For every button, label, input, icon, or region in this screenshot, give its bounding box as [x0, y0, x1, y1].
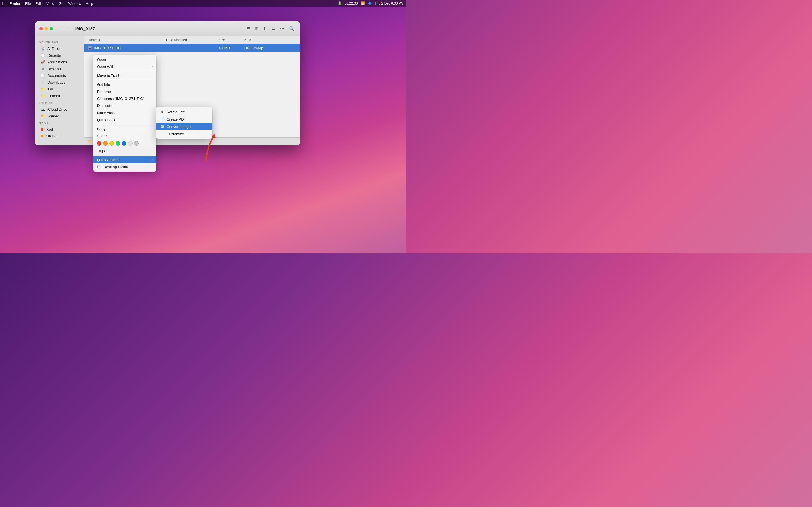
sidebar-item-idb[interactable]: 📁 iDB — [36, 86, 83, 93]
more-button[interactable]: ••• — [279, 25, 286, 32]
kind-column-header[interactable]: Kind — [245, 38, 297, 42]
table-row[interactable]: 📷 IMG_0137.HEIC 1.1 MB HEIF Image — [84, 44, 300, 52]
menu-file[interactable]: File — [25, 1, 31, 6]
app-name[interactable]: Finder — [9, 1, 20, 6]
sidebar-item-applications[interactable]: 🚀 Applications — [36, 59, 83, 65]
sidebar-item-linkedin[interactable]: 📁 LinkedIn — [36, 93, 83, 99]
submenu-customize[interactable]: Customize... — [156, 130, 212, 137]
submenu-convert-image[interactable]: 🖼 Convert Image — [156, 123, 212, 130]
tag-button[interactable]: 🏷 — [270, 25, 276, 32]
convert-image-icon: 🖼 — [160, 124, 164, 129]
submenu-rotate-left[interactable]: ↺ Rotate Left — [156, 108, 212, 115]
menu-make-alias[interactable]: Make Alias — [93, 109, 156, 116]
tags-label: Tags — [35, 119, 84, 126]
desktop-label: Desktop — [47, 67, 61, 71]
gray-tag[interactable] — [128, 141, 133, 146]
size-column-header[interactable]: Size — [218, 38, 245, 42]
menu-rename[interactable]: Rename — [93, 88, 156, 95]
menu-quick-actions[interactable]: Quick Actions › — [93, 156, 156, 163]
file-size: 1.1 MB — [218, 46, 245, 50]
separator — [93, 71, 156, 71]
sidebar-item-icloud-drive[interactable]: ☁ iCloud Drive — [36, 106, 83, 113]
red-tag-label: Red — [46, 127, 53, 131]
favorites-label: Favorites — [35, 38, 84, 45]
yellow-tag[interactable] — [109, 141, 114, 146]
date-column-header[interactable]: Date Modified — [166, 38, 218, 42]
forward-button[interactable]: › — [64, 25, 69, 33]
create-pdf-icon: 📄 — [160, 117, 164, 121]
minimize-button[interactable] — [45, 27, 48, 31]
sidebar-item-airdrop[interactable]: 📡 AirDrop — [36, 45, 83, 52]
red-tag[interactable] — [97, 141, 101, 146]
menu-compress[interactable]: Compress "IMG_0137.HEIC" — [93, 95, 156, 102]
orange-tag-label: Orange — [46, 134, 58, 138]
file-name: IMG_0137.HEIC — [94, 46, 121, 50]
view-grid-button[interactable]: ⊞ — [254, 25, 260, 33]
menu-share[interactable]: Share › — [93, 132, 156, 139]
menu-copy[interactable]: Copy — [93, 125, 156, 132]
sidebar-item-downloads[interactable]: ⬇ Downloads — [36, 79, 83, 86]
traffic-lights — [40, 27, 53, 31]
sidebar-item-recents[interactable]: 🕐 Recents — [36, 52, 83, 59]
breadcrumb-item[interactable]: 📁 — [88, 140, 92, 144]
menu-view[interactable]: View — [46, 1, 54, 6]
orange-tag-dot — [41, 135, 43, 137]
sidebar-item-red[interactable]: Red — [36, 126, 83, 133]
shared-icon: 📂 — [41, 114, 45, 118]
back-button[interactable]: ‹ — [59, 25, 63, 33]
view-list-button[interactable]: ☰ — [246, 25, 252, 33]
context-menu: Open Open With › Move to Trash Get Info … — [93, 55, 156, 172]
linkedin-icon: 📁 — [41, 94, 45, 98]
menu-set-desktop[interactable]: Set Desktop Picture — [93, 163, 156, 170]
separator — [93, 124, 156, 124]
maximize-button[interactable] — [50, 27, 53, 31]
separator — [93, 155, 156, 156]
airdrop-label: AirDrop — [47, 47, 60, 51]
share-button[interactable]: ⬆ — [262, 25, 268, 33]
tags-row — [93, 139, 156, 147]
bluetooth-icon: 🔷 — [368, 1, 372, 5]
submenu-create-pdf[interactable]: 📄 Create PDF — [156, 115, 212, 123]
quick-actions-submenu: ↺ Rotate Left 📄 Create PDF 🖼 Convert Ima… — [156, 107, 212, 138]
sidebar-item-orange[interactable]: Orange — [36, 133, 83, 139]
name-column-header[interactable]: Name ▲ — [88, 38, 166, 42]
menu-duplicate[interactable]: Duplicate — [93, 102, 156, 109]
downloads-icon: ⬇ — [41, 80, 45, 84]
apple-menu[interactable]:  — [2, 1, 4, 6]
menu-open[interactable]: Open — [93, 56, 156, 63]
downloads-label: Downloads — [47, 80, 65, 84]
menu-window[interactable]: Window — [68, 1, 81, 6]
green-tag[interactable] — [116, 141, 120, 146]
time-display: 03:22:00 — [345, 1, 358, 5]
menu-get-info[interactable]: Get Info — [93, 81, 156, 88]
share-chevron: › — [152, 134, 153, 137]
battery-icon: 🔋 — [338, 1, 342, 5]
linkedin-label: LinkedIn — [47, 94, 61, 98]
menu-move-to-trash[interactable]: Move to Trash — [93, 72, 156, 79]
search-button[interactable]: 🔍 — [288, 25, 296, 33]
airdrop-icon: 📡 — [41, 46, 45, 51]
documents-icon: 📄 — [41, 73, 45, 78]
close-button[interactable] — [40, 27, 43, 31]
menu-edit[interactable]: Edit — [36, 1, 42, 6]
sidebar-item-desktop[interactable]: 🖥 Desktop — [36, 65, 83, 72]
menu-open-with[interactable]: Open With › — [93, 63, 156, 70]
finder-title: IMG_0137 — [75, 26, 95, 31]
applications-label: Applications — [47, 60, 67, 64]
finder-sidebar: Favorites 📡 AirDrop 🕐 Recents 🚀 Applicat… — [35, 36, 84, 145]
recents-icon: 🕐 — [41, 53, 45, 57]
recents-label: Recents — [47, 53, 61, 57]
red-tag-dot — [41, 128, 43, 131]
menu-tags[interactable]: Tags... — [93, 147, 156, 154]
blue-tag[interactable] — [122, 141, 126, 146]
finder-toolbar: ‹ › IMG_0137 ☰ ⊞ ⬆ 🏷 ••• 🔍 — [35, 21, 300, 36]
sidebar-item-shared[interactable]: 📂 Shared — [36, 113, 83, 119]
menubar:  Finder File Edit View Go Window Help 🔋… — [0, 0, 406, 7]
sidebar-item-documents[interactable]: 📄 Documents — [36, 72, 83, 79]
menu-help[interactable]: Help — [86, 1, 93, 6]
orange-tag[interactable] — [103, 141, 108, 146]
menu-go[interactable]: Go — [59, 1, 63, 6]
idb-icon: 📁 — [41, 87, 45, 91]
menu-quick-look[interactable]: Quick Look — [93, 116, 156, 123]
lightgray-tag[interactable] — [134, 141, 139, 146]
